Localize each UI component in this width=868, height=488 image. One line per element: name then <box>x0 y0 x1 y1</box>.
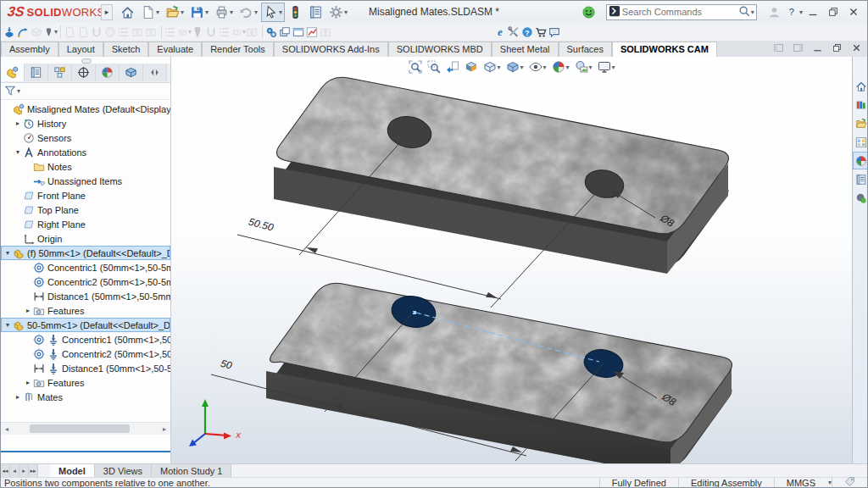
tree-item-unassigned-items[interactable]: Unassigned Items <box>1 174 170 188</box>
doc-minimize-button[interactable] <box>812 42 823 55</box>
tab-solidworks-cam[interactable]: SOLIDWORKS CAM <box>612 42 717 58</box>
tree-item-features[interactable]: ▸Features <box>1 375 170 390</box>
drill-button[interactable]: ▾ <box>44 25 58 40</box>
hide-show-items-caret-icon[interactable]: ▾ <box>542 64 546 71</box>
performance-evaluation-button[interactable] <box>286 3 305 22</box>
nav-last-icon[interactable]: ▸▸ <box>29 464 38 478</box>
study-tab-model[interactable]: Model <box>50 464 95 478</box>
study-tab-3d-views[interactable]: 3D Views <box>95 464 152 478</box>
print-button[interactable]: ▾ <box>212 3 236 22</box>
drill-caret-icon[interactable]: ▾ <box>54 28 58 36</box>
tree-item-distance1-50mm-1-50-5mm-1[interactable]: Distance1 (50mm<1>,50-5mm<1>) <box>1 361 170 375</box>
panel-tool-button[interactable] <box>292 25 306 40</box>
select-caret-icon[interactable]: ▾ <box>279 8 282 16</box>
rollback-bar[interactable] <box>1 451 170 452</box>
chart-tool-button[interactable] <box>306 25 320 40</box>
tree-item-annotations[interactable]: ▾Annotations <box>1 145 170 159</box>
nav-prev-icon[interactable]: ◂ <box>10 464 19 478</box>
user-account-icon[interactable] <box>764 5 785 19</box>
panel-tab-property-manager[interactable] <box>25 64 48 81</box>
graphics-viewport[interactable]: 50.50 Ø8 50 Ø8 X ▾▾▾▾▾▾ <box>171 57 852 463</box>
edit-appearance-button[interactable]: ▾ <box>550 59 571 75</box>
undo-button[interactable]: ▾ <box>236 3 260 22</box>
tab-surfaces[interactable]: Surfaces <box>559 42 612 58</box>
edit-appearance-caret-icon[interactable]: ▾ <box>566 64 570 71</box>
tree-item-mates[interactable]: ▸Mates <box>1 390 170 404</box>
panel-tab-tab-scroll[interactable] <box>143 64 167 81</box>
tree-item-f-50mm-1-default-default-display-state-1[interactable]: ▾(f) 50mm<1> (Default<<Default>_Display … <box>1 246 170 260</box>
tools-button[interactable] <box>508 25 521 40</box>
tree-item-notes[interactable]: Notes <box>1 159 170 174</box>
tab-evaluate[interactable]: Evaluate <box>148 42 202 58</box>
apply-scene-button[interactable]: ▾ <box>573 59 594 75</box>
panel-tab-cam-tree[interactable] <box>120 64 143 81</box>
nav-next-icon[interactable]: ▸ <box>19 464 29 478</box>
help-button[interactable]: ? <box>521 25 535 40</box>
tree-item-concentric1-50mm-1-50-5mm-1[interactable]: Concentric1 (50mm<1>,50-5mm<1>) <box>1 332 170 347</box>
tab-solidworks-mbd[interactable]: SOLIDWORKS MBD <box>388 42 492 58</box>
route-button[interactable] <box>17 25 31 40</box>
search-icon[interactable] <box>738 5 750 19</box>
zoom-to-fit-button[interactable] <box>406 59 423 75</box>
print-caret-icon[interactable]: ▾ <box>230 8 233 16</box>
hide-show-items-button[interactable]: ▾ <box>526 59 548 75</box>
zoom-to-area-button[interactable] <box>425 59 442 75</box>
panel-tab-display-manager[interactable] <box>96 64 120 81</box>
tree-item-50-5mm-1-default-default-display-state-1[interactable]: ▾50-5mm<1> (Default<<Default>_Display St… <box>1 318 170 332</box>
panel-tab-features-tree[interactable] <box>1 64 25 81</box>
undo-caret-icon[interactable]: ▾ <box>254 8 258 16</box>
dimension-top-linear[interactable]: 50.50 <box>248 216 275 234</box>
taskpane-file-explorer-button[interactable] <box>853 114 868 132</box>
tree-item-distance1-50mm-1-50-5mm-1[interactable]: Distance1 (50mm<1>,50-5mm<1>) <box>1 289 170 303</box>
panel-tab-configuration-manager[interactable] <box>48 64 72 81</box>
nav-first-icon[interactable]: ◂◂ <box>1 464 10 478</box>
previous-view-button[interactable] <box>443 59 460 75</box>
expander-collapsed-icon[interactable]: ▸ <box>13 393 23 401</box>
tree-item-misaligned-mates-default-display-state-1[interactable]: Misaligned Mates (Default<Display State-… <box>1 102 170 116</box>
expander-collapsed-icon[interactable]: ▸ <box>13 119 23 127</box>
select-button[interactable]: ▾ <box>261 3 285 22</box>
section-view-button[interactable] <box>462 59 479 75</box>
expander-expanded-icon[interactable]: ▾ <box>3 249 13 257</box>
tab-sheet-metal[interactable]: Sheet Metal <box>492 42 559 58</box>
search-scope-icon[interactable] <box>609 5 620 19</box>
study-tab-motion-study-1[interactable]: Motion Study 1 <box>152 464 231 478</box>
panel-tab-dimxpert-manager[interactable] <box>72 64 96 81</box>
tab-sketch[interactable]: Sketch <box>103 42 149 58</box>
search-input[interactable] <box>620 6 738 18</box>
help-button[interactable]: ? <box>785 6 798 18</box>
tree-item-origin[interactable]: Origin <box>1 231 170 246</box>
tree-item-history[interactable]: ▸History <box>1 116 170 130</box>
new-document-button[interactable]: ▾ <box>138 3 162 22</box>
extrude-button[interactable] <box>3 25 17 40</box>
expander-expanded-icon[interactable]: ▾ <box>3 321 13 329</box>
dimension-bottom-linear[interactable]: 50 <box>220 358 234 372</box>
dock-left-icon[interactable] <box>773 42 784 55</box>
report-button[interactable] <box>306 3 326 22</box>
tree-item-concentric2-50mm-1-50-5mm-1[interactable]: Concentric2 (50mm<1>,50-5mm<1>) <box>1 347 170 361</box>
save-caret-icon[interactable]: ▾ <box>205 8 209 16</box>
taskpane-view-palette-button[interactable] <box>853 133 868 151</box>
menu-flyout-arrow[interactable]: ▸ <box>101 4 113 20</box>
minimize-button[interactable] <box>803 5 823 19</box>
tree-item-concentric2-50mm-1-50-5mm-1[interactable]: Concentric2 (50mm<1>,50-5mm<1>) <box>1 274 170 289</box>
plate-top[interactable] <box>255 60 747 274</box>
dock-right-icon[interactable] <box>793 42 804 55</box>
taskpane-home-button[interactable] <box>853 77 868 95</box>
tab-solidworks-add-ins[interactable]: SOLIDWORKS Add-Ins <box>274 42 388 58</box>
doc-close-button[interactable] <box>851 42 862 55</box>
save-button[interactable]: ▾ <box>187 3 211 22</box>
open-caret-icon[interactable]: ▾ <box>181 8 184 16</box>
view-settings-button[interactable]: ▾ <box>596 59 617 75</box>
tab-assembly[interactable]: Assembly <box>1 42 58 58</box>
tree-item-features[interactable]: ▸Features <box>1 303 170 318</box>
filter-caret-icon[interactable]: ▾ <box>17 87 20 95</box>
apply-scene-caret-icon[interactable]: ▾ <box>589 64 593 71</box>
scroll-right-icon[interactable]: ▸ <box>159 424 170 435</box>
tree-item-front-plane[interactable]: Front Plane <box>1 188 170 202</box>
expander-collapsed-icon[interactable]: ▸ <box>23 379 33 386</box>
cart-button[interactable] <box>535 25 548 40</box>
scroll-left-icon[interactable]: ◂ <box>1 424 13 435</box>
search-caret-icon[interactable]: ▾ <box>751 8 754 16</box>
internet-explorer-button[interactable]: e <box>494 25 508 40</box>
